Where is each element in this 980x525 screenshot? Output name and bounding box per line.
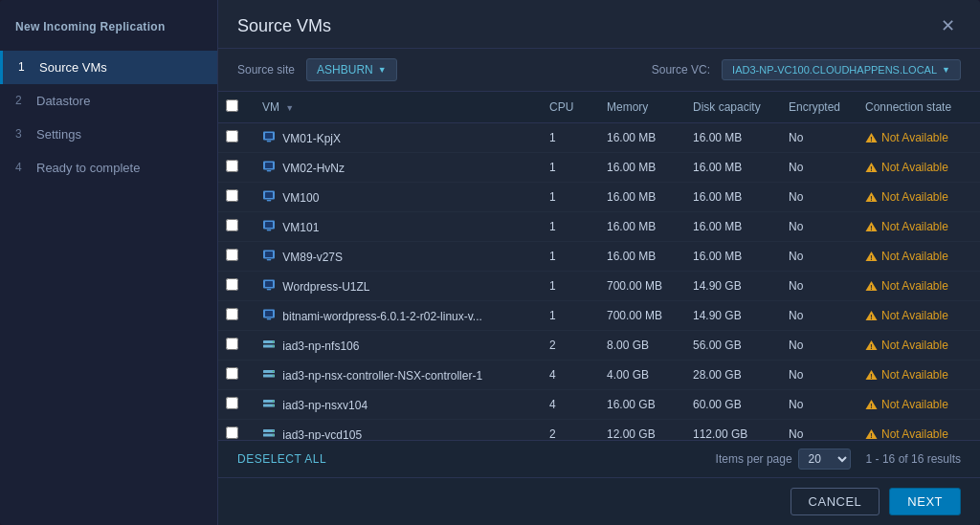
next-button[interactable]: NEXT bbox=[889, 488, 961, 515]
connection-status: ! Not Available bbox=[865, 427, 970, 440]
vm-name-cell: bitnami-wordpress-6.0.1-2-r02-linux-v... bbox=[253, 301, 540, 331]
footer-bar: DESELECT ALL Items per page 20 50 100 1 … bbox=[218, 440, 980, 477]
cpu-cell: 1 bbox=[540, 212, 597, 242]
warning-icon: ! bbox=[865, 339, 878, 351]
disk-cell: 14.90 GB bbox=[683, 301, 779, 331]
table-row: VM01-KpjX 1 16.00 MB 16.00 MB No ! Not A… bbox=[218, 123, 980, 153]
deselect-all-button[interactable]: DESELECT ALL bbox=[237, 452, 326, 466]
vm-icon bbox=[262, 308, 276, 321]
svg-text:!: ! bbox=[870, 432, 872, 439]
cancel-button[interactable]: CANCEL bbox=[791, 488, 880, 515]
cpu-column-header: CPU bbox=[540, 92, 597, 123]
svg-text:!: ! bbox=[870, 225, 872, 231]
row-checkbox-cell bbox=[218, 183, 253, 212]
row-checkbox-2[interactable] bbox=[226, 189, 238, 202]
svg-rect-31 bbox=[265, 281, 273, 287]
connection-cell: ! Not Available bbox=[856, 212, 980, 242]
svg-point-45 bbox=[273, 346, 275, 348]
warning-icon: ! bbox=[865, 132, 878, 143]
disk-cell: 28.00 GB bbox=[683, 361, 779, 390]
row-checkbox-8[interactable] bbox=[226, 367, 238, 380]
disk-column-header: Disk capacity bbox=[683, 92, 779, 123]
vm-column-header: VM ▼ bbox=[253, 92, 540, 123]
row-checkbox-5[interactable] bbox=[226, 278, 238, 291]
main-title: Source VMs bbox=[237, 16, 331, 36]
connection-column-header: Connection state bbox=[856, 92, 980, 123]
source-vc-dropdown[interactable]: IAD3-NP-VC100.CLOUDHAPPENS.LOCAL ▼ bbox=[722, 59, 961, 80]
source-site-value: ASHBURN bbox=[317, 63, 373, 77]
vm-name-cell: VM101 bbox=[253, 212, 540, 242]
source-site-dropdown[interactable]: ASHBURN ▼ bbox=[306, 58, 397, 81]
source-site-label: Source site bbox=[237, 63, 295, 77]
svg-text:!: ! bbox=[870, 343, 872, 350]
step-number: 2 bbox=[15, 94, 29, 107]
sidebar-step-1[interactable]: 1 Source VMs bbox=[0, 51, 217, 84]
vm-name-cell: iad3-np-vcd105 bbox=[253, 420, 540, 441]
warning-icon: ! bbox=[865, 251, 878, 262]
items-per-page-label: Items per page bbox=[716, 452, 792, 466]
source-vc-value: IAD3-NP-VC100.CLOUDHAPPENS.LOCAL bbox=[732, 64, 937, 76]
table-row: iad3-np-nsxv104 4 16.00 GB 60.00 GB No !… bbox=[218, 390, 980, 420]
vm-table-wrapper: VM ▼ CPU Memory Disk capacity Encrypted … bbox=[218, 92, 980, 440]
disk-cell: 60.00 GB bbox=[683, 390, 779, 420]
table-row: iad3-np-vcd105 2 12.00 GB 112.00 GB No !… bbox=[218, 420, 980, 441]
memory-cell: 12.00 GB bbox=[597, 420, 683, 441]
encrypted-cell: No bbox=[779, 242, 856, 272]
encrypted-cell: No bbox=[779, 361, 856, 390]
warning-icon: ! bbox=[865, 191, 878, 203]
vm-sort-icon: ▼ bbox=[285, 103, 294, 113]
step-label: Datastore bbox=[36, 94, 90, 108]
svg-point-50 bbox=[273, 371, 275, 373]
table-row: iad3-np-nsx-controller-NSX-controller-1 … bbox=[218, 361, 980, 390]
disk-cell: 16.00 MB bbox=[683, 153, 779, 183]
table-row: Wordpress-U1ZL 1 700.00 MB 14.90 GB No !… bbox=[218, 272, 980, 301]
encrypted-cell: No bbox=[779, 390, 856, 420]
pagination-info: 1 - 16 of 16 results bbox=[866, 452, 961, 466]
connection-status: ! Not Available bbox=[865, 220, 970, 233]
connection-cell: ! Not Available bbox=[856, 301, 980, 331]
row-checkbox-6[interactable] bbox=[226, 308, 238, 320]
row-checkbox-10[interactable] bbox=[226, 427, 238, 439]
warning-icon: ! bbox=[865, 162, 878, 173]
vm-name: VM01-KpjX bbox=[282, 131, 341, 144]
connection-cell: ! Not Available bbox=[856, 123, 980, 153]
row-checkbox-3[interactable] bbox=[226, 219, 238, 231]
row-checkbox-4[interactable] bbox=[226, 249, 238, 261]
step-label: Source VMs bbox=[39, 60, 107, 75]
connection-status: ! Not Available bbox=[865, 339, 970, 352]
sidebar-step-2[interactable]: 2 Datastore bbox=[0, 84, 217, 118]
sidebar-step-3[interactable]: 3 Settings bbox=[0, 118, 217, 151]
table-row: iad3-np-nfs106 2 8.00 GB 56.00 GB No ! N… bbox=[218, 331, 980, 361]
disk-cell: 16.00 MB bbox=[683, 183, 779, 212]
memory-column-header: Memory bbox=[597, 92, 683, 123]
row-checkbox-cell bbox=[218, 153, 253, 183]
cpu-cell: 1 bbox=[540, 123, 597, 153]
connection-cell: ! Not Available bbox=[856, 420, 980, 441]
table-row: bitnami-wordpress-6.0.1-2-r02-linux-v...… bbox=[218, 301, 980, 331]
memory-cell: 8.00 GB bbox=[597, 331, 683, 361]
close-button[interactable]: ✕ bbox=[935, 15, 961, 36]
connection-status: ! Not Available bbox=[865, 161, 970, 174]
vm-name-cell: Wordpress-U1ZL bbox=[253, 272, 540, 301]
svg-text:!: ! bbox=[870, 165, 872, 172]
step-label: Settings bbox=[36, 127, 81, 142]
step-number: 3 bbox=[15, 127, 29, 141]
svg-text:!: ! bbox=[870, 373, 872, 380]
row-checkbox-1[interactable] bbox=[226, 160, 238, 172]
modal-container: New Incoming Replication 1 Source VMs 2 … bbox=[0, 0, 980, 525]
svg-rect-19 bbox=[265, 222, 273, 228]
server-icon bbox=[262, 338, 276, 351]
sidebar: New Incoming Replication 1 Source VMs 2 … bbox=[0, 0, 218, 525]
row-checkbox-9[interactable] bbox=[226, 397, 238, 409]
select-all-checkbox[interactable] bbox=[226, 99, 238, 112]
vm-table: VM ▼ CPU Memory Disk capacity Encrypted … bbox=[218, 92, 980, 440]
sidebar-step-4[interactable]: 4 Ready to complete bbox=[0, 151, 217, 185]
connection-cell: ! Not Available bbox=[856, 331, 980, 361]
encrypted-cell: No bbox=[779, 272, 856, 301]
row-checkbox-0[interactable] bbox=[226, 130, 238, 142]
vm-icon bbox=[262, 130, 276, 143]
row-checkbox-7[interactable] bbox=[226, 338, 238, 350]
vc-caret: ▼ bbox=[942, 65, 950, 75]
vm-icon bbox=[262, 160, 276, 173]
per-page-select[interactable]: 20 50 100 bbox=[798, 448, 851, 470]
